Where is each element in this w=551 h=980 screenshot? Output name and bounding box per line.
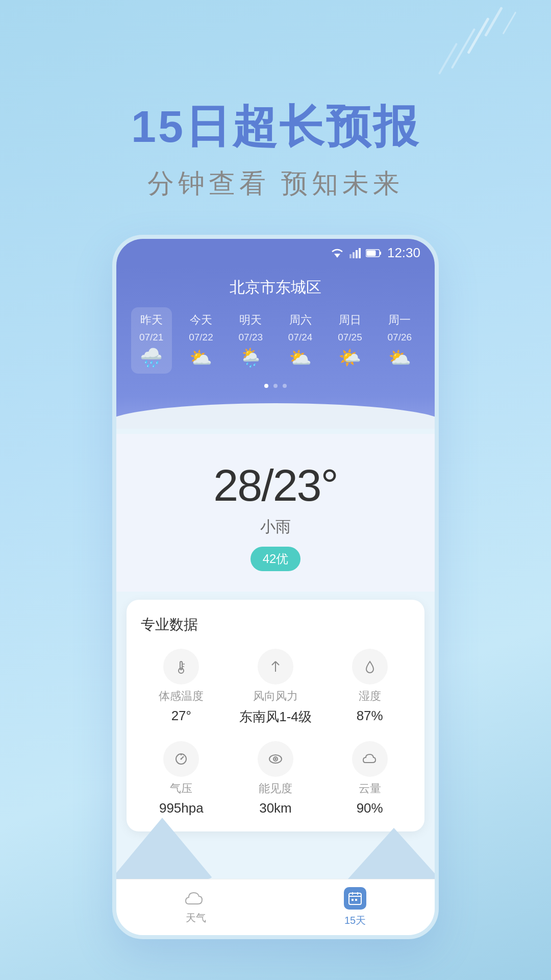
data-value: 27° — [171, 708, 191, 724]
data-cell: 气压 995hpa — [137, 741, 226, 816]
day-label: 明天 — [239, 312, 262, 328]
svg-rect-2 — [353, 252, 355, 258]
data-cell: 云量 90% — [325, 741, 414, 816]
data-label: 体感温度 — [159, 689, 204, 704]
pro-data-title: 专业数据 — [137, 615, 414, 634]
data-cell: 风向风力 东南风1-4级 — [231, 649, 320, 726]
day-item[interactable]: 今天 07/22 ⛅ — [181, 312, 221, 369]
day-label: 昨天 — [140, 312, 163, 328]
day-weather-icon: ⛅ — [189, 347, 212, 369]
day-item[interactable]: 昨天 07/21 🌧️ — [131, 307, 172, 374]
wifi-icon — [330, 248, 344, 259]
hero-subtitle: 分钟查看 预知未来 — [0, 166, 551, 202]
day-weather-icon: 🌧️ — [140, 347, 163, 369]
day-weather-icon: ⛅ — [289, 347, 312, 369]
data-icon — [163, 649, 199, 684]
data-icon — [352, 741, 388, 777]
mountain-right — [348, 828, 439, 879]
svg-line-14 — [272, 662, 276, 665]
svg-rect-7 — [380, 252, 381, 255]
day-date: 07/24 — [288, 332, 313, 343]
cloud-icon — [185, 890, 207, 907]
data-label: 湿度 — [359, 689, 381, 704]
data-value: 90% — [357, 800, 383, 816]
data-cell: 湿度 87% — [325, 649, 414, 726]
data-label: 风向风力 — [253, 689, 298, 704]
day-date: 07/26 — [388, 332, 412, 343]
data-icon — [163, 741, 199, 777]
day-label: 周日 — [339, 312, 361, 328]
svg-marker-0 — [334, 254, 340, 258]
day-item[interactable]: 周六 07/24 ⛅ — [280, 312, 321, 369]
svg-rect-3 — [356, 250, 358, 258]
svg-rect-22 — [349, 893, 361, 904]
svg-rect-27 — [355, 899, 357, 901]
svg-line-13 — [276, 662, 279, 665]
data-label: 能见度 — [259, 781, 292, 796]
data-label: 气压 — [170, 781, 192, 796]
svg-rect-6 — [366, 250, 375, 256]
bottom-nav: 天气 15天 — [116, 879, 435, 935]
weather-header: 北京市东城区 昨天 07/21 🌧️ 今天 07/22 ⛅ 明天 07/23 🌦… — [116, 267, 435, 429]
svg-rect-26 — [352, 899, 354, 901]
hero-title: 15日超长预报 — [0, 102, 551, 152]
data-icon — [258, 741, 293, 777]
aqi-badge: 42优 — [251, 547, 301, 571]
dot-3 — [283, 384, 287, 388]
nav-weather[interactable]: 天气 — [185, 890, 207, 925]
day-date: 07/25 — [338, 332, 362, 343]
status-icons: 12:30 — [330, 245, 420, 261]
phone-mockup: 12:30 北京市东城区 昨天 07/21 🌧️ 今天 07/22 ⛅ 明天 0… — [112, 235, 439, 939]
day-item[interactable]: 周一 07/26 ⛅ — [379, 312, 420, 369]
nav-15days[interactable]: 15天 — [344, 887, 366, 927]
nav-weather-label: 天气 — [186, 911, 206, 925]
data-value: 995hpa — [159, 800, 204, 816]
city-name: 北京市东城区 — [127, 277, 424, 298]
rain-decoration — [418, 0, 520, 112]
day-date: 07/21 — [139, 332, 164, 343]
data-grid: 体感温度 27° 风向风力 东南风1-4级 湿度 87% 气压 995hpa 能… — [137, 649, 414, 816]
temperature-display: 28/23° — [137, 459, 414, 511]
signal-icon — [349, 248, 361, 258]
data-icon — [258, 649, 293, 684]
day-label: 今天 — [190, 312, 212, 328]
day-weather-icon: 🌦️ — [239, 347, 262, 369]
data-icon — [352, 649, 388, 684]
days-row: 昨天 07/21 🌧️ 今天 07/22 ⛅ 明天 07/23 🌦️ 周六 07… — [127, 307, 424, 374]
day-date: 07/22 — [189, 332, 213, 343]
data-label: 云量 — [359, 781, 381, 796]
svg-rect-4 — [359, 248, 361, 258]
dot-2 — [273, 384, 278, 388]
dot-1 — [264, 384, 268, 388]
weather-description: 小雨 — [137, 517, 414, 537]
day-weather-icon: 🌤️ — [338, 347, 361, 369]
battery-icon — [366, 249, 382, 258]
calendar-icon — [344, 887, 366, 910]
day-label: 周一 — [388, 312, 411, 328]
svg-rect-1 — [349, 254, 352, 258]
pro-data-section: 专业数据 体感温度 27° 风向风力 东南风1-4级 湿度 87% 气压 995… — [127, 600, 424, 831]
data-value: 30km — [259, 800, 292, 816]
data-value: 东南风1-4级 — [239, 708, 312, 726]
day-date: 07/23 — [239, 332, 263, 343]
status-time: 12:30 — [387, 245, 420, 261]
data-value: 87% — [357, 708, 383, 724]
hero-section: 15日超长预报 分钟查看 预知未来 — [0, 102, 551, 202]
svg-point-8 — [179, 668, 184, 673]
day-item[interactable]: 周日 07/25 🌤️ — [330, 312, 370, 369]
day-item[interactable]: 明天 07/23 🌦️ — [230, 312, 271, 369]
day-weather-icon: ⛅ — [388, 347, 411, 369]
data-cell: 体感温度 27° — [137, 649, 226, 726]
weather-main: 28/23° 小雨 42优 — [116, 434, 435, 592]
svg-point-21 — [274, 758, 277, 760]
status-bar: 12:30 — [116, 239, 435, 267]
nav-15days-label: 15天 — [344, 914, 366, 927]
data-cell: 能见度 30km — [231, 741, 320, 816]
day-label: 周六 — [289, 312, 312, 328]
dot-indicator — [127, 384, 424, 388]
svg-line-17 — [181, 756, 184, 759]
